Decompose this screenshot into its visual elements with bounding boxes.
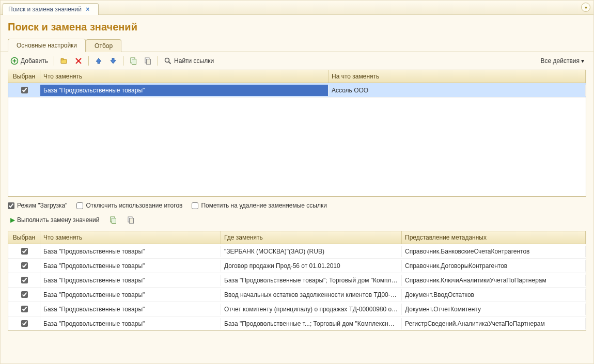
arrow-down-icon	[109, 57, 117, 65]
separator	[158, 56, 158, 66]
row-checkbox[interactable]	[21, 320, 28, 327]
copy-button[interactable]	[127, 55, 140, 67]
move-down-button[interactable]	[106, 55, 120, 67]
find-links-button[interactable]: Найти ссылки	[161, 55, 216, 67]
copy-button-2[interactable]	[106, 214, 120, 226]
load-mode-input[interactable]	[8, 202, 14, 209]
move-up-button[interactable]	[92, 55, 105, 67]
paste-button[interactable]	[141, 55, 154, 67]
row-what[interactable]: База "Продовольственные товары"	[40, 260, 221, 272]
svg-point-11	[165, 58, 169, 62]
table-row[interactable]: База "Продовольственные товары" База "Пр…	[8, 273, 586, 288]
row-what[interactable]: База "Продовольственные товары"	[40, 304, 221, 315]
row-where[interactable]: База "Продовольственные товары"; Торговы…	[221, 275, 402, 286]
row-checkbox[interactable]	[21, 277, 28, 283]
tab-filter[interactable]: Отбор	[86, 39, 121, 52]
find-links-label: Найти ссылки	[174, 57, 214, 65]
disable-totals-input[interactable]	[76, 202, 83, 209]
grid-header: Выбран Что заменять Где заменять Предста…	[8, 231, 586, 244]
svg-rect-8	[132, 59, 136, 65]
load-mode-checkbox[interactable]: Режим "Загрузка"	[8, 202, 67, 209]
window-tab[interactable]: Поиск и замена значений ×	[3, 3, 99, 15]
execute-toolbar: ▶ Выполнить замену значений	[1, 212, 593, 231]
open-button[interactable]	[57, 55, 71, 67]
execute-label: Выполнить замену значений	[17, 216, 100, 224]
grid-body[interactable]: База "Продовольственные товары" Ассоль О…	[8, 83, 586, 196]
plus-circle-icon	[10, 57, 19, 65]
add-button[interactable]: Добавить	[8, 55, 51, 67]
row-meta[interactable]: Документ.ОтчетКомитенту	[402, 304, 586, 315]
table-row[interactable]: База "Продовольственные товары" Отчет ко…	[8, 302, 586, 316]
all-actions-menu[interactable]: Все действия ▾	[539, 56, 586, 66]
grid-body[interactable]: База "Продовольственные товары" "ЗЕРБАНК…	[8, 244, 586, 330]
page-title: Поиск и замена значений	[1, 15, 593, 38]
row-to-what[interactable]: Ассоль ООО	[329, 85, 586, 96]
tab-main-settings[interactable]: Основные настройки	[8, 39, 86, 52]
inner-tabs: Основные настройки Отбор	[1, 38, 593, 52]
row-what[interactable]: База "Продовольственные товары"	[40, 289, 221, 300]
copy-icon	[129, 57, 137, 65]
row-meta[interactable]: Справочник.ДоговорыКонтрагентов	[402, 260, 586, 272]
svg-rect-10	[147, 59, 151, 65]
row-checkbox-cell[interactable]	[8, 83, 40, 97]
mark-delete-input[interactable]	[192, 202, 198, 209]
row-meta[interactable]: Справочник.КлючиАналитикиУчетаПоПартнера…	[402, 275, 586, 286]
table-row[interactable]: База "Продовольственные товары" Ассоль О…	[8, 83, 586, 98]
paste-icon	[127, 216, 135, 224]
row-meta[interactable]: Справочник.БанковскиеСчетаКонтрагентов	[402, 246, 586, 257]
col-selected[interactable]: Выбран	[8, 231, 40, 244]
mark-delete-checkbox[interactable]: Пометить на удаление заменяемые ссылки	[192, 202, 326, 209]
row-checkbox[interactable]	[21, 306, 28, 312]
row-checkbox[interactable]	[21, 87, 28, 93]
separator	[88, 56, 89, 66]
window-tab-title: Поиск и замена значений	[8, 6, 82, 13]
table-row[interactable]: База "Продовольственные товары" Ввод нач…	[8, 288, 586, 302]
row-checkbox[interactable]	[21, 248, 28, 255]
play-icon: ▶	[10, 216, 15, 224]
delete-red-x-icon	[74, 57, 83, 65]
col-selected[interactable]: Выбран	[8, 70, 40, 83]
window-tabbar: Поиск и замена значений × ▾	[1, 1, 593, 15]
col-what[interactable]: Что заменять	[40, 231, 221, 244]
delete-button[interactable]	[72, 55, 85, 67]
row-where[interactable]: Договор продажи Прод-56 от 01.01.2010	[221, 260, 402, 272]
row-where[interactable]: Ввод начальных остатков задолженности кл…	[221, 289, 402, 300]
svg-line-12	[169, 62, 171, 64]
paste-icon	[144, 57, 152, 65]
row-where[interactable]: Отчет комитенту (принципалу) о продажах …	[221, 304, 402, 315]
grid-header: Выбран Что заменять На что заменять	[8, 70, 586, 83]
paste-button-2[interactable]	[124, 214, 137, 226]
mark-delete-label: Пометить на удаление заменяемые ссылки	[201, 202, 326, 209]
copy-icon	[109, 216, 117, 224]
svg-rect-14	[112, 218, 116, 224]
separator	[54, 56, 54, 66]
row-meta[interactable]: Документ.ВводОстатков	[402, 289, 586, 300]
row-what[interactable]: База "Продовольственные товары"	[40, 85, 329, 96]
table-row[interactable]: База "Продовольственные товары" База "Пр…	[8, 316, 586, 330]
row-what[interactable]: База "Продовольственные товары"	[40, 275, 221, 286]
chevron-down-icon: ▾	[581, 57, 584, 65]
col-where[interactable]: Где заменять	[221, 231, 402, 244]
chevron-down-icon[interactable]: ▾	[581, 3, 590, 12]
row-where[interactable]: "ЗЕРБАНК (МОСКВА)"(ЗАО) (RUB)	[221, 246, 402, 257]
col-to-what[interactable]: На что заменять	[329, 70, 586, 83]
disable-totals-checkbox[interactable]: Отключить использование итогов	[76, 202, 182, 209]
row-what[interactable]: База "Продовольственные товары"	[40, 318, 221, 329]
arrow-up-icon	[95, 57, 103, 65]
row-where[interactable]: База "Продовольственные т...; Торговый д…	[221, 318, 402, 329]
row-checkbox[interactable]	[21, 291, 28, 298]
close-icon[interactable]: ×	[85, 6, 91, 12]
svg-rect-4	[61, 58, 64, 60]
table-row[interactable]: База "Продовольственные товары" Договор …	[8, 259, 586, 273]
row-what[interactable]: База "Продовольственные товары"	[40, 246, 221, 257]
replace-values-grid: Выбран Что заменять На что заменять База…	[8, 70, 586, 197]
separator	[123, 56, 123, 66]
table-row[interactable]: База "Продовольственные товары" "ЗЕРБАНК…	[8, 244, 586, 259]
col-what[interactable]: Что заменять	[40, 70, 329, 83]
col-meta[interactable]: Представление метаданных	[402, 231, 586, 244]
row-checkbox[interactable]	[21, 262, 28, 269]
row-meta[interactable]: РегистрСведений.АналитикаУчетаПоПартнера…	[402, 318, 586, 329]
toolbar: Добавить	[1, 52, 593, 70]
execute-replace-button[interactable]: ▶ Выполнить замену значений	[8, 215, 102, 225]
links-grid: Выбран Что заменять Где заменять Предста…	[8, 231, 586, 331]
